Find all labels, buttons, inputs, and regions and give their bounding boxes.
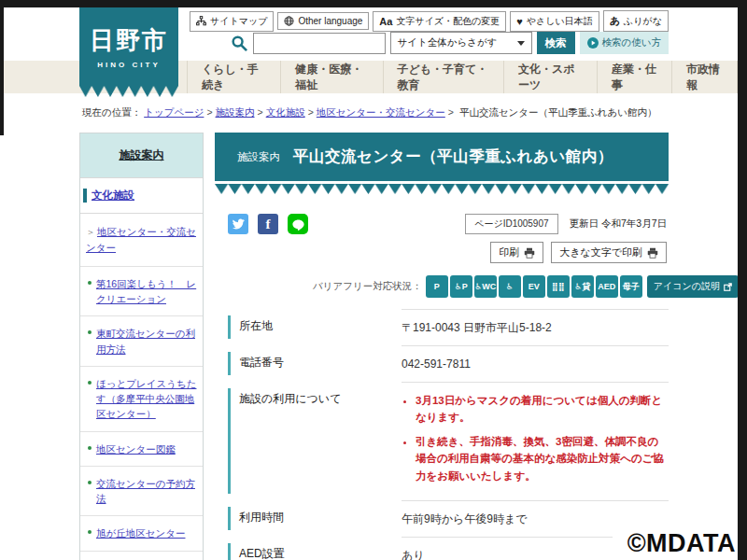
heart-icon: ♥ xyxy=(516,16,523,27)
nav-item[interactable]: 文化・スポーツ xyxy=(503,61,597,93)
furigana-label: ふりがな xyxy=(624,15,662,28)
sidebar-category-link[interactable]: 文化施設 xyxy=(92,189,134,201)
detail-row: 所在地〒191-0043 日野市平山5-18-2 xyxy=(228,309,669,345)
print-row: 印刷 大きな文字で印刷 xyxy=(215,242,669,263)
detail-value: 〒191-0043 日野市平山5-18-2 xyxy=(402,309,669,345)
sidebar-item-link[interactable]: 地区センター図鑑 xyxy=(96,443,176,455)
top-frame-strip xyxy=(0,0,747,7)
print-button[interactable]: 印刷 xyxy=(490,242,543,263)
twitter-icon[interactable] xyxy=(228,214,248,234)
breadcrumb-separator: > xyxy=(204,106,215,118)
nav-item[interactable]: 子ども・子育て・教育 xyxy=(383,61,503,93)
wheelchair-rental-icon[interactable]: ♿貸 xyxy=(571,275,594,298)
detail-label: 施設の利用について xyxy=(228,382,402,500)
sidebar-item: 地区センター一覧 xyxy=(80,551,203,560)
accessible-parking-icon[interactable]: ♿P xyxy=(450,275,472,298)
sidebar: 施設案内 文化施設 ＞地区センター・交流センター 第16回楽しもう！ レクリエー… xyxy=(79,133,204,560)
utility-bar: サイトマップ Other language Aa 文字サイズ・配色の変更 ♥ や… xyxy=(190,10,669,32)
sidebar-item-link[interactable]: 旭が丘地区センター xyxy=(96,527,185,539)
barrier-free-label: バリアフリー対応状況： xyxy=(313,280,422,293)
sidebar-category: 文化施設 xyxy=(80,177,203,213)
search-help-link[interactable]: 検索の使い方 xyxy=(580,32,669,54)
text-size-button[interactable]: Aa 文字サイズ・配色の変更 xyxy=(373,11,506,32)
search-input[interactable] xyxy=(253,33,386,54)
sidebar-item-link[interactable]: 東町交流センターの利用方法 xyxy=(96,328,195,354)
other-language-button[interactable]: Other language xyxy=(277,12,369,30)
sidebar-item-link[interactable]: 交流センターの予約方法 xyxy=(96,478,195,504)
other-language-label: Other language xyxy=(298,16,362,26)
search-icon xyxy=(231,35,248,52)
sitemap-label: サイトマップ xyxy=(210,15,267,28)
search-help-label: 検索の使い方 xyxy=(602,36,662,49)
detail-value: 042-591-7811 xyxy=(402,345,669,382)
line-icon[interactable] xyxy=(288,214,308,234)
print-large-button[interactable]: 大きな文字で印刷 xyxy=(551,242,667,263)
breadcrumb-separator: > xyxy=(305,106,317,118)
printer-icon xyxy=(647,247,658,259)
logo-subtitle: HINO CITY xyxy=(79,61,178,69)
tactile-paving-icon[interactable]: ⣿⣿ xyxy=(547,275,570,298)
meta-row: f ページID1005907 更新日 令和7年3月7日 xyxy=(215,214,669,234)
updated-date: 更新日 令和7年3月7日 xyxy=(570,217,667,231)
sidebar-list: 第16回楽しもう！ レクリエーション東町交流センターの利用方法ほっとプレイスうち… xyxy=(80,266,203,560)
furigana-icon: あ xyxy=(610,14,620,28)
parking-icon[interactable]: P xyxy=(426,275,448,298)
breadcrumb-prefix: 現在の位置： xyxy=(82,106,141,118)
notice-item: 引き続き、手指消毒、換気、3密回避、体調不良の場合の利用自粛等の基本的な感染防止… xyxy=(416,433,669,484)
meta-right: ページID1005907 更新日 令和7年3月7日 xyxy=(465,214,667,234)
main-content: 施設案内 平山交流センター（平山季重ふれあい館内） f ページID1005907… xyxy=(215,133,669,560)
sidebar-item: 旭が丘地区センター xyxy=(80,515,203,550)
sidebar-item-link[interactable]: ほっとプレイスうちたす（多摩平中央公園地区センター） xyxy=(96,378,196,420)
sidebar-item: 地区センター図鑑 xyxy=(80,431,203,466)
logo-title: 日野市 xyxy=(79,24,178,57)
right-frame-strip xyxy=(738,0,747,560)
sidebar-header-link[interactable]: 施設案内 xyxy=(80,133,203,177)
print-label: 印刷 xyxy=(499,245,519,259)
detail-label: 利用時間 xyxy=(228,500,402,537)
logo-zigzag xyxy=(79,86,178,97)
sidebar-item-link[interactable]: 第16回楽しもう！ レクリエーション xyxy=(96,278,196,304)
icon-help-button[interactable]: アイコンの説明 xyxy=(647,275,739,298)
accessible-toilet-icon[interactable]: ♿WC xyxy=(474,275,497,298)
elevator-icon[interactable]: EV xyxy=(523,275,545,298)
aed-icon[interactable]: AED xyxy=(596,275,618,298)
breadcrumb-separator: > xyxy=(255,106,266,118)
nav-item[interactable]: 市政情報 xyxy=(671,61,738,93)
sidebar-item: 東町交流センターの利用方法 xyxy=(80,315,203,366)
external-link-icon xyxy=(724,283,732,291)
page: サイトマップ Other language Aa 文字サイズ・配色の変更 ♥ や… xyxy=(0,0,747,560)
barrier-free-icons: P♿P♿WC♿EV⣿⣿♿貸AED母子 xyxy=(426,275,642,298)
sitemap-button[interactable]: サイトマップ xyxy=(190,11,274,32)
sidebar-item: 交流センターの予約方法 xyxy=(80,466,203,516)
search-scope-select[interactable]: サイト全体からさがす xyxy=(390,32,532,54)
detail-label: 所在地 xyxy=(228,309,402,345)
breadcrumb-link[interactable]: 地区センター・交流センター xyxy=(317,106,445,118)
sitemap-icon xyxy=(196,16,206,26)
print-large-label: 大きな文字で印刷 xyxy=(559,245,642,259)
site-logo[interactable]: 日野市 HINO CITY xyxy=(79,7,178,86)
breadcrumb-link[interactable]: トップページ xyxy=(144,106,204,118)
nursing-room-icon[interactable]: 母子 xyxy=(620,275,642,298)
nav-item[interactable]: くらし・手続き xyxy=(187,61,280,93)
search-button[interactable]: 検索 xyxy=(537,32,575,54)
notice-list: 3月13日からマスクの着用については個人の判断となります。引き続き、手指消毒、換… xyxy=(416,392,669,484)
breadcrumb-link[interactable]: 施設案内 xyxy=(216,106,255,118)
furigana-button[interactable]: あ ふりがな xyxy=(603,10,669,32)
detail-row: AED設置あり xyxy=(228,537,669,560)
banner-zigzag xyxy=(215,184,669,194)
text-size-label: 文字サイズ・配色の変更 xyxy=(396,15,500,28)
page-title: 平山交流センター（平山季重ふれあい館内） xyxy=(293,147,613,167)
banner-category: 施設案内 xyxy=(237,150,280,164)
sidebar-item: 第16回楽しもう！ レクリエーション xyxy=(80,266,203,316)
detail-label: 電話番号 xyxy=(228,345,402,382)
easy-japanese-label: やさしい日本語 xyxy=(527,15,593,28)
nav-item[interactable]: 産業・仕事 xyxy=(597,61,671,93)
chevron-right-icon: ＞ xyxy=(86,227,97,237)
breadcrumb-link[interactable]: 文化施設 xyxy=(266,106,305,118)
notice-item: 3月13日からマスクの着用については個人の判断となります。 xyxy=(416,392,669,427)
sidebar-subcategory-link[interactable]: 地区センター・交流センター xyxy=(86,226,196,253)
facebook-icon[interactable]: f xyxy=(258,214,278,234)
nav-item[interactable]: 健康・医療・福祉 xyxy=(280,61,382,93)
easy-japanese-button[interactable]: ♥ やさしい日本語 xyxy=(510,11,599,32)
slope-icon[interactable]: ♿ xyxy=(499,275,521,298)
